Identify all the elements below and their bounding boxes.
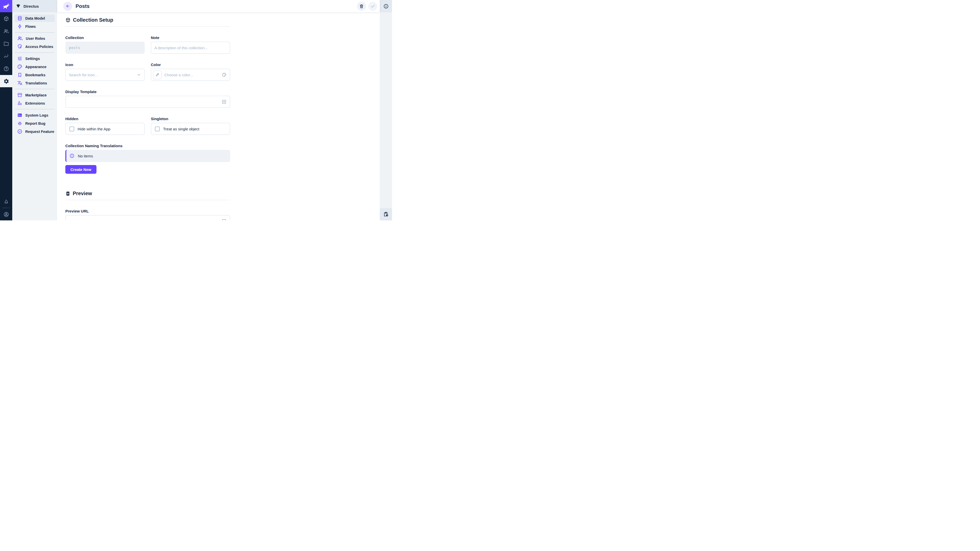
info-icon	[383, 3, 389, 9]
sidebar-item-flows[interactable]: Flows	[14, 23, 55, 30]
directus-rabbit-logo[interactable]	[0, 0, 12, 12]
sidebar-item-label: Report Bug	[25, 121, 45, 125]
revisions-sidebar-button[interactable]	[380, 208, 392, 221]
back-button[interactable]	[63, 2, 72, 11]
sidebar-divider	[15, 109, 55, 110]
sidebar-item-settings[interactable]: Settings	[14, 55, 55, 62]
module-item-insights[interactable]	[0, 50, 12, 62]
sidebar-item-appearance[interactable]: Appearance	[14, 63, 55, 70]
create-new-button[interactable]: Create New	[65, 165, 97, 174]
info-sidebar-button[interactable]	[380, 0, 392, 12]
field-collection: Collection	[65, 35, 145, 54]
sidebar-item-report-bug[interactable]: Report Bug	[14, 120, 55, 127]
hidden-checkbox[interactable]	[69, 127, 74, 131]
display-template-input[interactable]	[65, 96, 230, 108]
module-item-help[interactable]	[0, 62, 12, 75]
header-actions	[357, 2, 377, 11]
sidebar-item-label: Extensions	[25, 101, 45, 105]
chevron-down-icon[interactable]	[137, 73, 141, 77]
eyedropper-icon	[155, 73, 159, 77]
singleton-checkbox[interactable]	[155, 127, 160, 131]
icon-search-input[interactable]	[69, 73, 134, 77]
preview-url-label: Preview URL	[65, 209, 230, 213]
bell-icon	[3, 199, 9, 205]
color-input[interactable]	[164, 73, 219, 77]
strip-spacer	[380, 12, 392, 208]
save-button[interactable]	[368, 2, 377, 11]
sidebar-item-request-feature[interactable]: Request Feature	[14, 128, 55, 135]
database-icon	[17, 16, 22, 21]
badge-check-icon	[17, 129, 22, 134]
field-naming-translations: Collection Naming Translations No items …	[65, 144, 230, 174]
gear-icon	[3, 78, 9, 84]
section-title: Preview	[73, 191, 92, 197]
module-bar	[0, 0, 12, 221]
sidebar-item-access-policies[interactable]: Access Policies	[14, 43, 55, 50]
singleton-label: Singleton	[151, 117, 230, 121]
sidebar-item-label: Data Model	[25, 16, 45, 21]
collection-label: Collection	[65, 35, 145, 40]
section-title: Collection Setup	[73, 17, 113, 23]
sidebar-nav: Data ModelFlowsUser RolesAccess Policies…	[12, 12, 57, 136]
page-title: Posts	[76, 3, 89, 9]
field-note: Note	[151, 35, 230, 54]
module-item-settings[interactable]	[0, 75, 12, 87]
sidebar-item-data-model[interactable]: Data Model	[14, 14, 55, 22]
sidebar-divider	[15, 52, 55, 53]
module-item-files[interactable]	[0, 38, 12, 50]
singleton-checkbox-wrap: Treat as single object	[151, 123, 230, 135]
module-item-account[interactable]	[0, 208, 12, 221]
insights-icon	[3, 53, 9, 59]
sidebar-item-label: Access Policies	[25, 44, 53, 49]
page-content: Collection Setup Collection Note	[57, 12, 380, 221]
no-items-notice: No items	[65, 150, 230, 162]
module-nav	[0, 12, 12, 87]
note-input[interactable]	[154, 46, 227, 50]
note-input-wrap	[151, 41, 230, 54]
shield-person-icon	[17, 44, 22, 49]
section-preview: Preview	[65, 188, 230, 200]
preview-url-text[interactable]	[69, 219, 219, 221]
sidebar-item-bookmarks[interactable]: Bookmarks	[14, 71, 55, 79]
color-input-wrap	[151, 68, 230, 81]
palette-icon[interactable]	[222, 73, 227, 77]
project-shield-icon	[16, 3, 21, 10]
clipboard-clock-icon	[383, 211, 389, 217]
trash-icon	[359, 4, 364, 9]
sidebar-item-translations[interactable]: Translations	[14, 79, 55, 87]
sidebar-item-label: Marketplace	[25, 93, 47, 97]
eyedropper-button[interactable]	[153, 70, 162, 79]
terminal-icon	[17, 113, 22, 118]
people-icon	[17, 35, 23, 41]
preview-url-input[interactable]	[65, 215, 230, 221]
project-header[interactable]: Directus	[12, 0, 57, 12]
sidebar-item-label: Flows	[25, 24, 36, 29]
info-circle-icon	[69, 153, 75, 159]
module-item-users[interactable]	[0, 25, 12, 37]
sidebar-item-system-logs[interactable]: System Logs	[14, 111, 55, 119]
module-item-notifications[interactable]	[0, 195, 12, 208]
folder-icon	[3, 41, 9, 47]
sidebar-item-label: Translations	[25, 81, 47, 85]
add-field-icon[interactable]	[221, 99, 227, 104]
settings-sidebar: Directus Data ModelFlowsUser RolesAccess…	[12, 0, 57, 221]
hidden-option-label: Hide within the App	[78, 127, 110, 131]
bug-icon	[17, 121, 22, 126]
sidebar-item-user-roles[interactable]: User Roles	[14, 35, 55, 42]
sidebar-item-label: System Logs	[25, 113, 48, 118]
no-items-text: No items	[78, 154, 93, 158]
check-icon	[370, 3, 375, 9]
sidebar-item-extensions[interactable]: Extensions	[14, 100, 55, 107]
naming-translations-label: Collection Naming Translations	[65, 144, 230, 148]
app: Directus Data ModelFlowsUser RolesAccess…	[0, 0, 392, 221]
color-label: Color	[151, 62, 230, 67]
sidebar-item-marketplace[interactable]: Marketplace	[14, 91, 55, 99]
tune-icon	[17, 56, 22, 61]
display-template-text[interactable]	[69, 100, 219, 104]
sidebar-item-label: Appearance	[25, 65, 46, 69]
add-field-icon[interactable]	[221, 219, 227, 221]
module-item-content[interactable]	[0, 13, 12, 25]
icon-select[interactable]	[65, 68, 145, 81]
delete-button[interactable]	[357, 2, 366, 11]
icon-label: Icon	[65, 62, 145, 67]
